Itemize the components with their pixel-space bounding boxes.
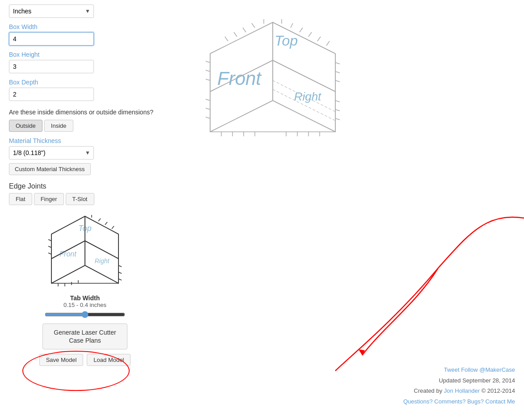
left-panel: Inches Millimeters Centimeters ▼ Box Wid… (0, 0, 170, 420)
svg-line-5 (98, 218, 101, 221)
footer-right: Tweet Follow @MakerCase Updated Septembe… (403, 365, 515, 407)
right-panel: Top Front Right Tweet Follow @MakerCase … (170, 0, 524, 420)
author-link[interactable]: Jon Hollander (444, 387, 480, 394)
box-depth-label: Box Depth (9, 79, 161, 86)
box-height-label: Box Height (9, 51, 161, 58)
svg-line-56 (206, 61, 210, 63)
svg-line-7 (112, 226, 114, 229)
edge-joints-group: Flat Finger T-Slot (9, 193, 161, 205)
svg-line-15 (118, 272, 122, 273)
svg-line-11 (48, 239, 51, 241)
questions-link[interactable]: Questions? Comments? Bugs? Contact Me (403, 398, 515, 405)
inside-button[interactable]: Inside (44, 120, 73, 132)
svg-line-62 (335, 63, 340, 64)
finger-button[interactable]: Finger (34, 193, 64, 205)
edge-joints-title: Edge Joints (9, 182, 161, 190)
svg-line-55 (225, 37, 228, 41)
custom-thickness-button[interactable]: Custom Material Thickness (9, 163, 91, 175)
tab-width-label: Tab Width (9, 294, 161, 302)
save-load-row: Save Model Load Model (9, 354, 161, 366)
tab-range-text: 0.15 - 0.4 inches (9, 302, 161, 308)
created-prefix: Created by (414, 387, 444, 394)
box-height-input[interactable] (9, 60, 94, 73)
svg-line-49 (317, 37, 321, 41)
svg-line-16 (118, 279, 122, 280)
follow-link[interactable]: Follow @MakerCase (461, 366, 515, 373)
material-thickness-select[interactable]: 1/8 (0.118") 1/4 (0.25") Custom (9, 146, 94, 160)
svg-text:Top: Top (275, 33, 298, 49)
dimension-button-group: Outside Inside (9, 120, 161, 132)
svg-line-6 (105, 222, 107, 225)
svg-line-57 (206, 70, 210, 71)
box-width-label: Box Width (9, 23, 161, 30)
svg-line-59 (206, 99, 210, 101)
material-thickness-label: Material Thickness (9, 137, 161, 144)
created-row: Created by Jon Hollander © 2012-2014 (403, 386, 515, 396)
svg-line-13 (48, 253, 51, 254)
svg-line-48 (308, 32, 312, 37)
svg-line-60 (206, 108, 210, 109)
svg-line-63 (335, 71, 340, 73)
svg-text:Right: Right (95, 257, 110, 265)
tab-width-slider[interactable] (45, 311, 125, 318)
svg-line-64 (335, 80, 340, 82)
svg-text:Front: Front (59, 250, 76, 258)
svg-line-53 (243, 28, 246, 32)
dimension-question: Are these inside dimensions or outside d… (9, 108, 161, 117)
small-box-preview: Top Front Right (40, 210, 130, 290)
box-depth-input[interactable] (9, 88, 94, 101)
svg-line-54 (234, 32, 237, 37)
svg-line-61 (206, 117, 210, 118)
svg-line-12 (48, 246, 51, 248)
svg-text:Front: Front (217, 68, 262, 89)
outside-button[interactable]: Outside (9, 120, 42, 132)
svg-line-65 (335, 101, 340, 102)
svg-line-67 (335, 118, 340, 120)
created-suffix: © 2012-2014 (480, 387, 515, 394)
svg-text:Right: Right (294, 90, 322, 103)
generate-button[interactable]: Generate Laser CutterCase Plans (42, 323, 127, 349)
svg-marker-82 (359, 349, 365, 355)
updated-text: Updated September 28, 2014 (403, 375, 515, 386)
load-button[interactable]: Load Model (87, 354, 131, 366)
main-box-preview: Top Front Right (197, 13, 349, 152)
svg-line-52 (252, 23, 255, 28)
box-width-input[interactable] (9, 32, 94, 46)
svg-line-47 (300, 28, 303, 32)
flat-button[interactable]: Flat (9, 193, 32, 205)
tweet-link[interactable]: Tweet (444, 366, 460, 373)
svg-line-50 (326, 41, 330, 46)
svg-line-58 (206, 79, 210, 80)
svg-line-66 (335, 109, 340, 111)
tslot-button[interactable]: T-Slot (66, 193, 94, 205)
save-button[interactable]: Save Model (39, 354, 84, 366)
svg-line-14 (118, 265, 122, 267)
units-field: Inches Millimeters Centimeters ▼ (9, 4, 161, 18)
units-select[interactable]: Inches Millimeters Centimeters (9, 4, 94, 18)
svg-line-46 (291, 23, 293, 28)
